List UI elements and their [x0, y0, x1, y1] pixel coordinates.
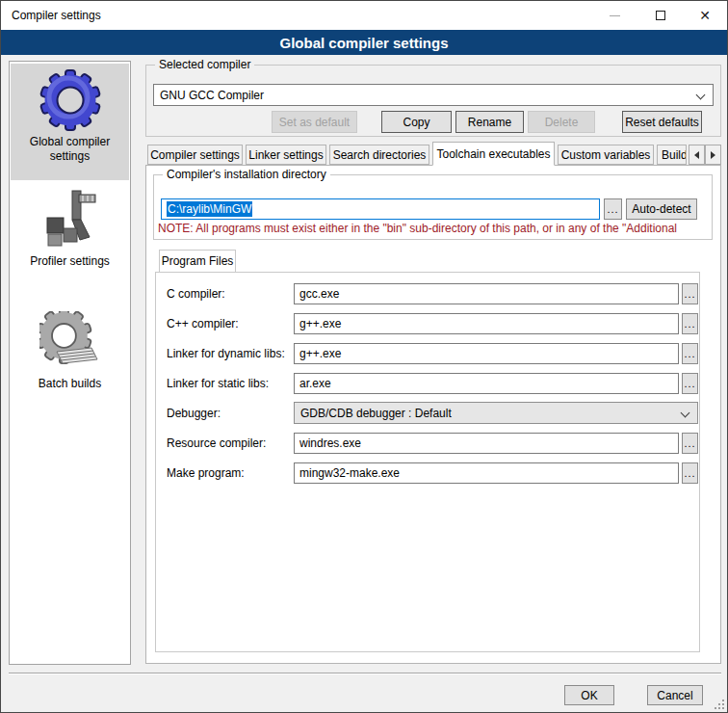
delete-button[interactable]: Delete [528, 111, 595, 133]
tab-scroll-left-button[interactable] [689, 145, 705, 165]
linker-static-label: Linker for static libs: [167, 377, 269, 390]
installation-directory-input[interactable]: C:\raylib\MinGW [161, 198, 600, 220]
minimize-button[interactable] [592, 1, 637, 30]
page-title: Global compiler settings [1, 30, 727, 55]
tab-build-options[interactable]: Build options [657, 145, 687, 165]
resource-compiler-label: Resource compiler: [167, 436, 266, 450]
sidebar-item-label: Profiler settings [11, 251, 129, 277]
maximize-button[interactable] [638, 1, 683, 30]
close-icon: ✕ [699, 9, 711, 22]
browse-directory-button[interactable]: ... [604, 198, 622, 220]
compiler-settings-dialog: Compiler settings ✕ Global compiler sett… [0, 0, 728, 713]
settings-sidebar: Global compiler settings Profiler settin… [9, 61, 131, 665]
make-program-label: Make program: [167, 466, 245, 480]
window-title: Compiler settings [12, 9, 101, 22]
tab-toolchain-executables[interactable]: Toolchain executables [432, 142, 555, 166]
tab-scroll-right-button[interactable] [705, 145, 721, 165]
resize-grip[interactable] [722, 707, 724, 709]
arrow-right-icon [711, 151, 715, 159]
chevron-down-icon [681, 409, 690, 418]
sidebar-item-profiler-settings[interactable]: Profiler settings [11, 183, 129, 303]
make-program-browse-button[interactable]: ... [682, 462, 698, 484]
selected-compiler-group-label: Selected compiler [155, 58, 254, 71]
blue-gear-icon [11, 64, 129, 131]
rename-button[interactable]: Rename [455, 111, 524, 133]
cancel-button[interactable]: Cancel [647, 685, 703, 705]
set-as-default-button[interactable]: Set as default [272, 111, 357, 133]
resource-compiler-input[interactable] [294, 433, 679, 454]
sidebar-item-label: Global compiler settings [11, 131, 129, 172]
installation-directory-group-label: Compiler's installation directory [163, 168, 330, 181]
compiler-select[interactable]: GNU GCC Compiler [153, 84, 714, 106]
ok-button[interactable]: OK [564, 685, 614, 705]
close-button[interactable]: ✕ [683, 1, 727, 30]
footer-separator [9, 673, 721, 674]
copy-button[interactable]: Copy [381, 111, 452, 133]
c-compiler-browse-button[interactable]: ... [682, 283, 698, 304]
c-compiler-input[interactable] [294, 283, 679, 304]
sidebar-item-global-compiler-settings[interactable]: Global compiler settings [11, 64, 129, 180]
debugger-select-value: GDB/CDB debugger : Default [300, 407, 452, 420]
maximize-icon [656, 11, 665, 20]
chevron-down-icon [696, 91, 706, 100]
linker-static-browse-button[interactable]: ... [682, 373, 698, 394]
tab-search-directories[interactable]: Search directories [329, 145, 429, 165]
linker-dynamic-label: Linker for dynamic libs: [167, 347, 285, 360]
title-bar: Compiler settings ✕ [1, 1, 727, 30]
subtab-program-files[interactable]: Program Files [159, 250, 236, 273]
auto-detect-button[interactable]: Auto-detect [626, 198, 697, 220]
cpp-compiler-browse-button[interactable]: ... [682, 313, 698, 334]
compiler-select-value: GNU GCC Compiler [160, 89, 264, 102]
make-program-input[interactable] [294, 462, 679, 484]
linker-dynamic-input[interactable] [294, 343, 679, 364]
caliper-icon [11, 183, 129, 251]
c-compiler-label: C compiler: [167, 287, 225, 301]
tab-compiler-settings[interactable]: Compiler settings [147, 145, 243, 165]
sidebar-item-batch-builds[interactable]: Batch builds [11, 305, 129, 419]
minimize-icon [610, 15, 620, 16]
sidebar-item-label: Batch builds [11, 373, 129, 399]
cpp-compiler-label: C++ compiler: [167, 317, 239, 330]
reset-defaults-button[interactable]: Reset defaults [622, 111, 702, 133]
debugger-select[interactable]: GDB/CDB debugger : Default [294, 402, 698, 424]
note-text: NOTE: All programs must exist either in … [158, 222, 711, 235]
gear-stack-icon [11, 305, 129, 373]
debugger-label: Debugger: [167, 407, 221, 420]
installation-directory-value: C:\raylib\MinGW [167, 201, 252, 217]
tab-linker-settings[interactable]: Linker settings [246, 145, 326, 165]
linker-static-input[interactable] [294, 373, 679, 394]
resource-compiler-browse-button[interactable]: ... [682, 433, 698, 454]
arrow-left-icon [694, 151, 699, 159]
linker-dynamic-browse-button[interactable]: ... [682, 343, 698, 364]
tab-custom-variables[interactable]: Custom variables [558, 145, 654, 165]
cpp-compiler-input[interactable] [294, 313, 679, 334]
